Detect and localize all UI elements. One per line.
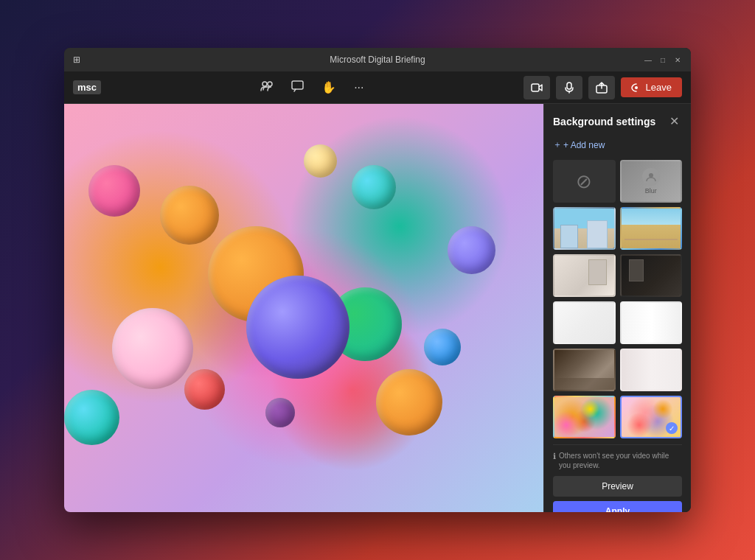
panel-footer: ℹ Others won't see your video while you …: [553, 444, 682, 512]
ball-blue-small: [424, 329, 461, 365]
toolbar-center: ✋ ···: [257, 77, 366, 98]
background-colorful1[interactable]: [553, 396, 616, 438]
panel-close-button[interactable]: ✕: [667, 113, 682, 130]
window-title: Microsoft Digital Briefing: [64, 55, 691, 65]
window-controls: — □ ✕: [644, 55, 682, 64]
svg-rect-2: [292, 81, 303, 89]
apply-button[interactable]: Apply: [553, 501, 682, 512]
ball-purple-small: [448, 226, 495, 274]
title-bar-left: ⊞: [73, 55, 80, 65]
maximize-button[interactable]: □: [658, 55, 667, 64]
svg-rect-3: [532, 84, 539, 91]
background-none[interactable]: ⊘: [553, 160, 616, 203]
minimize-button[interactable]: —: [644, 55, 653, 64]
video-background: [64, 104, 543, 512]
ball-pink-med: [88, 165, 140, 217]
toolbar-left: msc: [73, 80, 101, 94]
raise-hand-icon[interactable]: ✋: [319, 77, 339, 97]
microphone-button[interactable]: [556, 76, 582, 99]
ball-orange-med: [160, 186, 219, 245]
balls-container: [64, 104, 543, 512]
background-office[interactable]: [553, 207, 616, 250]
preview-button[interactable]: Preview: [553, 476, 682, 497]
svg-point-1: [268, 82, 272, 86]
none-icon: ⊘: [576, 170, 592, 193]
background-white1[interactable]: [553, 301, 616, 344]
svg-rect-4: [567, 83, 571, 89]
background-outdoor[interactable]: [620, 207, 683, 250]
ball-teal-med: [64, 390, 119, 445]
toolbar-right: Leave: [523, 76, 682, 99]
toolbar: msc ✋ ··· Leave: [64, 71, 691, 104]
preview-note: ℹ Others won't see your video while you …: [553, 451, 682, 470]
chat-icon[interactable]: [288, 77, 307, 98]
add-new-label: + Add new: [563, 140, 605, 150]
more-options-icon[interactable]: ···: [351, 78, 366, 97]
leave-label: Leave: [646, 82, 672, 93]
panel-header: Background settings ✕: [553, 113, 682, 130]
background-blur[interactable]: Blur: [620, 160, 683, 203]
video-area: [64, 104, 543, 512]
title-bar: ⊞ Microsoft Digital Briefing — □ ✕: [64, 48, 691, 71]
background-settings-panel: Background settings ✕ ＋ + Add new ⊘ Blur: [543, 104, 691, 512]
add-new-button[interactable]: ＋ + Add new: [553, 137, 682, 153]
blur-avatar: [642, 168, 660, 186]
participants-icon[interactable]: [257, 77, 276, 98]
share-button[interactable]: [588, 76, 615, 99]
background-cafe[interactable]: [553, 349, 616, 391]
camera-button[interactable]: [523, 76, 550, 99]
selected-checkmark: ✓: [666, 422, 678, 434]
blur-label: Blur: [645, 187, 657, 195]
apply-label: Apply: [605, 506, 630, 512]
background-interior2[interactable]: [620, 254, 683, 297]
background-interior1[interactable]: [553, 254, 616, 297]
preview-note-text: Others won't see your video while you pr…: [559, 451, 682, 470]
ball-purple-large: [246, 276, 349, 379]
background-minimal[interactable]: [620, 349, 683, 391]
ball-orange-med2: [376, 369, 442, 435]
backgrounds-grid: ⊘ Blur: [553, 160, 682, 438]
leave-button[interactable]: Leave: [621, 77, 682, 97]
background-white2[interactable]: [620, 301, 683, 344]
ball-red-small: [184, 369, 225, 410]
svg-point-7: [635, 86, 638, 89]
plus-icon: ＋: [553, 139, 562, 151]
close-button[interactable]: ✕: [673, 55, 682, 64]
svg-point-0: [262, 82, 267, 86]
ball-yellow-small: [304, 144, 337, 178]
logo: msc: [73, 80, 101, 94]
app-window: ⊞ Microsoft Digital Briefing — □ ✕ msc ✋…: [64, 48, 691, 512]
ball-purple-tiny: [265, 398, 295, 427]
ball-teal-small: [352, 165, 396, 209]
ball-pink-large: [112, 308, 193, 389]
app-icon: ⊞: [73, 55, 80, 65]
info-icon: ℹ: [553, 451, 556, 461]
main-content: Background settings ✕ ＋ + Add new ⊘ Blur: [64, 104, 691, 512]
preview-label: Preview: [602, 481, 633, 491]
svg-point-8: [649, 173, 653, 178]
background-colorful2[interactable]: ✓: [620, 396, 683, 438]
panel-title: Background settings: [553, 116, 655, 127]
